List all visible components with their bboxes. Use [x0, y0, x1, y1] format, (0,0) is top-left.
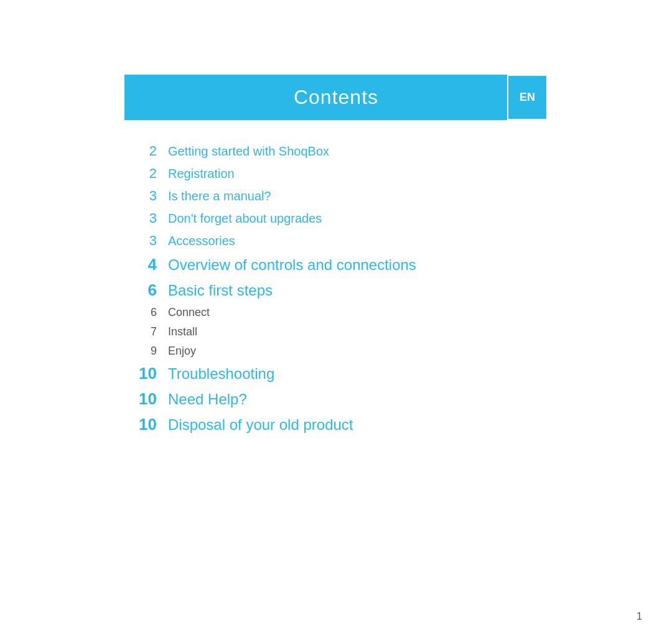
toc-number: 3 [124, 210, 157, 226]
toc-label: Disposal of your old product [168, 416, 353, 434]
toc-item: 10Need Help? [124, 386, 548, 412]
toc-item: 4Overview of controls and connections [124, 252, 548, 277]
toc-number: 6 [124, 281, 157, 300]
toc-number: 10 [124, 389, 157, 409]
toc-label: Need Help? [168, 391, 247, 408]
toc-label: Install [168, 325, 197, 338]
toc-list: 2Getting started with ShoqBox2Registrati… [124, 140, 548, 437]
content-box: Contents EN 2Getting started with ShoqBo… [124, 75, 548, 437]
page-container: Contents EN 2Getting started with ShoqBo… [0, 0, 672, 637]
toc-label: Overview of controls and connections [168, 256, 416, 274]
lang-badge: EN [507, 75, 548, 120]
toc-item: 2Getting started with ShoqBox [124, 140, 548, 162]
toc-item: 3Don't forget about upgrades [124, 207, 548, 230]
toc-number: 4 [124, 255, 157, 274]
toc-label: Troubleshooting [168, 365, 274, 383]
toc-label: Is there a manual? [168, 189, 271, 203]
toc-number: 2 [124, 165, 157, 182]
toc-number: 3 [124, 188, 157, 204]
toc-item: 6Connect [124, 303, 548, 322]
toc-number: 2 [124, 143, 157, 159]
toc-number: 7 [124, 325, 157, 338]
toc-item: 10Troubleshooting [124, 361, 548, 386]
page-number: 1 [637, 611, 642, 622]
toc-label: Enjoy [168, 345, 196, 358]
toc-item: 3Accessories [124, 230, 548, 252]
toc-number: 10 [124, 364, 157, 383]
toc-label: Getting started with ShoqBox [168, 144, 329, 159]
toc-label: Basic first steps [168, 282, 273, 299]
toc-item: 3Is there a manual? [124, 185, 548, 207]
toc-item: 2Registration [124, 162, 548, 185]
header-title: Contents [294, 86, 378, 109]
toc-item: 10Disposal of your old product [124, 412, 548, 437]
toc-number: 6 [124, 306, 157, 319]
toc-number: 3 [124, 233, 157, 249]
toc-label: Don't forget about upgrades [168, 212, 322, 226]
toc-item: 6Basic first steps [124, 277, 548, 303]
toc-item: 9Enjoy [124, 342, 548, 361]
toc-number: 9 [124, 345, 157, 358]
toc-number: 10 [124, 415, 157, 434]
toc-label: Accessories [168, 234, 235, 248]
toc-item: 7Install [124, 322, 548, 342]
toc-label: Registration [168, 167, 235, 181]
header-bar: Contents EN [124, 75, 548, 120]
toc-label: Connect [168, 306, 210, 319]
